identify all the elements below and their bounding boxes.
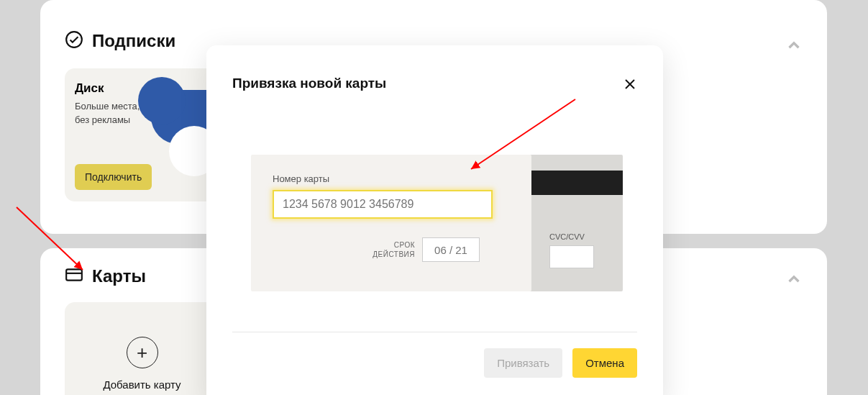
card-number-label: Номер карты [273, 173, 516, 184]
expiry-input[interactable] [422, 237, 480, 262]
plus-icon: + [127, 337, 158, 368]
collapse-subscriptions-icon[interactable] [785, 36, 803, 58]
subscriptions-header: Подписки [65, 30, 175, 52]
svg-rect-1 [66, 269, 82, 280]
magnetic-stripe [526, 171, 623, 195]
add-card-label: Добавить карту [103, 378, 181, 391]
cvc-label: CVC/CVV [549, 232, 585, 241]
expiry-label: СРОК ДЕЙСТВИЯ [373, 240, 415, 260]
modal-title: Привязка новой карты [232, 76, 637, 91]
card-front: Номер карты СРОК ДЕЙСТВИЯ [251, 155, 531, 291]
close-button[interactable] [621, 77, 639, 94]
connect-button[interactable]: Подключить [75, 164, 152, 190]
modal-actions: Привязать Отмена [232, 348, 637, 378]
svg-point-0 [66, 32, 82, 47]
add-card-button[interactable]: + Добавить карту [65, 302, 219, 395]
cards-header: Карты [65, 266, 146, 286]
bind-button[interactable]: Привязать [484, 348, 562, 378]
close-icon [623, 78, 636, 94]
modal-divider [232, 332, 637, 332]
subscriptions-title: Подписки [92, 31, 175, 51]
card-back: CVC/CVV [526, 155, 623, 291]
card-number-input[interactable] [273, 190, 493, 219]
cvc-input[interactable] [549, 245, 594, 268]
check-circle-icon [65, 30, 83, 52]
card-visual: CVC/CVV Номер карты СРОК ДЕЙСТВИЯ [232, 155, 637, 299]
bind-card-modal: Привязка новой карты CVC/CVV Номер карты… [206, 45, 663, 395]
card-icon [65, 267, 83, 286]
collapse-cards-icon[interactable] [785, 270, 803, 291]
cards-title: Карты [92, 266, 146, 286]
product-card-disk: Диск Больше места, без рекламы Подключит… [65, 68, 219, 201]
cancel-button[interactable]: Отмена [572, 348, 637, 378]
